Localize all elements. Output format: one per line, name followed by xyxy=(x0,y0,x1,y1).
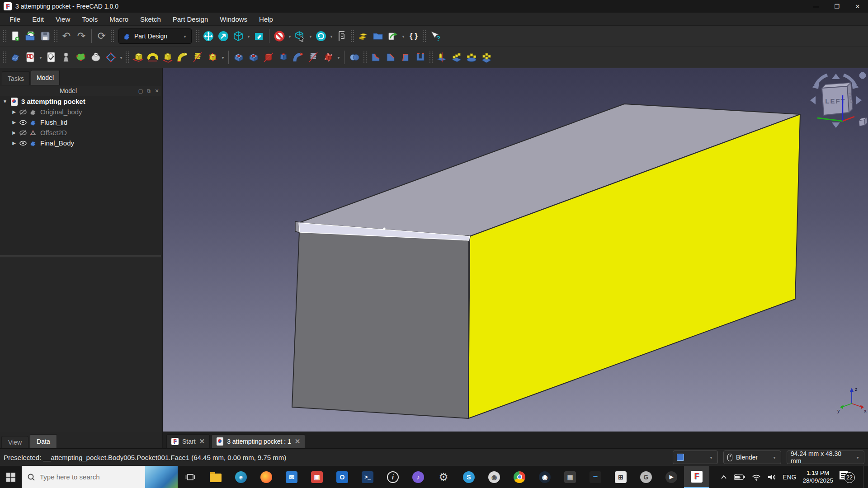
taskbar-app-steam[interactable]: ◉ xyxy=(532,466,557,488)
toolbar-grip[interactable] xyxy=(429,52,433,63)
chevron-down-icon[interactable]: ▾ xyxy=(308,34,313,39)
refresh-button[interactable]: ⟳ xyxy=(94,28,109,44)
tree-item-offset2d[interactable]: ▶ Offset2D xyxy=(0,127,161,138)
taskbar-app-freecad[interactable]: F xyxy=(684,466,709,488)
tree-item-final-body[interactable]: ▶ Final_Body xyxy=(0,138,161,148)
battery-icon[interactable] xyxy=(734,474,745,481)
sub-shape-binder-button[interactable] xyxy=(74,49,88,66)
hidden-eye-icon[interactable] xyxy=(19,108,27,116)
taskbar-app-edge[interactable]: e xyxy=(228,466,254,488)
menu-view[interactable]: View xyxy=(50,15,76,23)
nav-cube-home-icon[interactable] xyxy=(859,72,866,79)
hole-button[interactable] xyxy=(246,49,261,66)
mirrored-button[interactable] xyxy=(434,49,449,66)
chevron-down-icon[interactable]: ▾ xyxy=(246,34,251,39)
menu-part-design[interactable]: Part Design xyxy=(167,15,214,23)
clipping-plane-button[interactable] xyxy=(272,28,287,44)
toolbar-grip[interactable] xyxy=(54,30,57,42)
eye-icon[interactable] xyxy=(19,118,27,127)
minimize-button[interactable]: — xyxy=(806,0,826,13)
subtractive-primitive-button[interactable] xyxy=(321,49,335,66)
additive-pipe-button[interactable] xyxy=(175,49,190,66)
toolbar-grip[interactable] xyxy=(363,52,367,63)
toolbar-grip[interactable] xyxy=(3,52,6,63)
new-document-button[interactable] xyxy=(8,28,23,44)
tree-item-document[interactable]: ▼ 3 attempting pocket xyxy=(0,96,161,107)
hidden-eye-icon[interactable] xyxy=(19,129,27,137)
linear-pattern-button[interactable] xyxy=(449,49,464,66)
chevron-up-icon[interactable] xyxy=(720,474,727,480)
language-indicator[interactable]: ENG xyxy=(783,474,796,481)
create-group-button[interactable] xyxy=(371,28,385,44)
toolbar-grip[interactable] xyxy=(126,52,129,63)
3d-viewport[interactable]: LEFT FRONT z x y xyxy=(163,68,868,432)
groove-button[interactable] xyxy=(261,49,276,66)
taskbar-app-onedrive[interactable]: ~ xyxy=(583,466,608,488)
taskbar-app-steam-light[interactable]: ◉ xyxy=(481,466,507,488)
nav-arrow-up-icon[interactable] xyxy=(832,74,840,79)
chevron-down-icon[interactable]: ▾ xyxy=(287,34,292,39)
chamfer-button[interactable] xyxy=(383,49,398,66)
menu-windows[interactable]: Windows xyxy=(214,15,253,23)
macro-button[interactable]: { } xyxy=(406,28,421,44)
create-sketch-button[interactable] xyxy=(23,49,38,66)
pocket-button[interactable] xyxy=(231,49,246,66)
pad-button[interactable] xyxy=(131,49,145,66)
zoom-selection-button[interactable] xyxy=(216,28,231,44)
toolbar-grip[interactable] xyxy=(111,30,114,42)
search-highlight-image[interactable] xyxy=(145,466,178,488)
additive-loft-button[interactable] xyxy=(160,49,175,66)
subtractive-pipe-button[interactable] xyxy=(291,49,306,66)
chevron-down-icon[interactable]: ▾ xyxy=(220,55,226,60)
navigation-style-dropdown[interactable]: Blender ▾ xyxy=(723,450,781,464)
taskbar-app-mail[interactable]: ✉ xyxy=(279,466,304,488)
polar-pattern-button[interactable] xyxy=(464,49,479,66)
close-button[interactable]: ✕ xyxy=(847,0,868,13)
undo-button[interactable]: ↶ xyxy=(59,28,74,44)
nav-arrow-right-icon[interactable] xyxy=(856,96,862,104)
tab-start-page[interactable]: F Start ✕ xyxy=(166,434,210,448)
chevron-down-icon[interactable]: ▾ xyxy=(118,55,124,60)
create-part-button[interactable] xyxy=(356,28,370,44)
chevron-down-icon[interactable]: ▾ xyxy=(336,55,341,60)
workbench-selector[interactable]: Part Design ▾ xyxy=(118,28,192,44)
cube-select-button[interactable] xyxy=(293,28,307,44)
tab-tasks[interactable]: Tasks xyxy=(2,71,30,85)
additive-helix-button[interactable] xyxy=(190,49,205,66)
subtractive-loft-button[interactable] xyxy=(276,49,291,66)
fit-all-button[interactable] xyxy=(201,28,216,44)
toolbar-grip[interactable] xyxy=(3,30,6,42)
caret-down-icon[interactable]: ▼ xyxy=(2,99,8,104)
measure-button[interactable] xyxy=(335,28,349,44)
taskbar-app-settings[interactable]: ⚙ xyxy=(431,466,456,488)
open-document-button[interactable] xyxy=(23,28,38,44)
start-button[interactable] xyxy=(0,466,22,488)
navigation-cube[interactable]: LEFT FRONT xyxy=(810,72,867,128)
clock[interactable]: 1:19 PM 28/09/2025 xyxy=(802,469,833,485)
chevron-down-icon[interactable]: ▾ xyxy=(329,34,334,39)
chevron-down-icon[interactable]: ▾ xyxy=(38,55,43,60)
eye-icon[interactable] xyxy=(19,139,27,147)
tab-data[interactable]: Data xyxy=(30,434,57,448)
make-link-button[interactable] xyxy=(386,28,400,44)
draw-style-dropdown[interactable]: ▾ xyxy=(673,450,718,464)
tab-model[interactable]: Model xyxy=(31,70,60,85)
caret-right-icon[interactable]: ▶ xyxy=(11,109,17,114)
caret-right-icon[interactable]: ▶ xyxy=(11,120,17,125)
taskbar-app-firefox[interactable] xyxy=(254,466,279,488)
float-panel-icon[interactable]: ▢ xyxy=(137,88,145,94)
revolution-button[interactable] xyxy=(146,49,160,66)
nav-arrow-left-icon[interactable] xyxy=(810,96,816,104)
close-tab-icon[interactable]: ✕ xyxy=(199,437,205,446)
redo-button[interactable]: ↷ xyxy=(74,28,89,44)
draft-button[interactable] xyxy=(398,49,413,66)
fillet-button[interactable] xyxy=(368,49,383,66)
task-view-button[interactable] xyxy=(178,466,203,488)
menu-help[interactable]: Help xyxy=(253,15,279,23)
create-body-button[interactable] xyxy=(8,49,23,66)
save-button[interactable] xyxy=(38,28,52,44)
show-desktop-button[interactable] xyxy=(863,466,865,488)
taskbar-app-store[interactable]: ▣ xyxy=(304,466,330,488)
multi-transform-button[interactable] xyxy=(479,49,494,66)
tree-item-flush-lid[interactable]: ▶ Flush_lid xyxy=(0,117,161,127)
